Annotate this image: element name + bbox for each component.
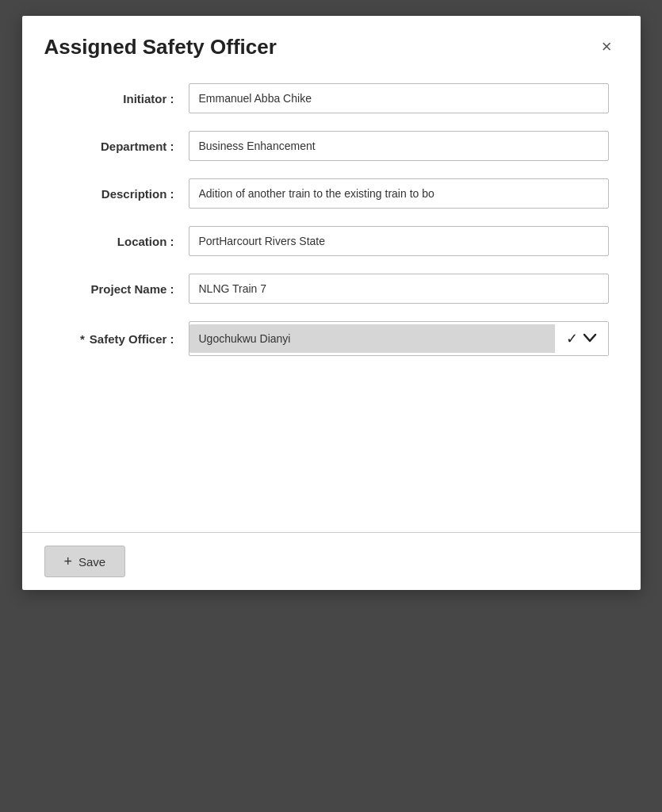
safety-officer-label: Safety Officer : xyxy=(90,332,174,346)
department-input[interactable] xyxy=(189,131,609,161)
safety-officer-value: Ugochukwu Dianyi xyxy=(189,324,556,353)
initiator-label: Initiator : xyxy=(54,92,189,105)
safety-officer-row: * Safety Officer : Ugochukwu Dianyi ✓ xyxy=(54,321,609,356)
department-row: Department : xyxy=(54,131,609,161)
location-input[interactable] xyxy=(189,226,609,256)
modal-footer: + Save xyxy=(22,532,641,590)
dropdown-arrow-icon xyxy=(583,332,597,343)
safety-officer-select[interactable]: Ugochukwu Dianyi ✓ xyxy=(189,321,609,356)
plus-icon: + xyxy=(64,554,73,569)
required-star: * xyxy=(80,332,85,346)
modal-header: Assigned Safety Officer × xyxy=(22,16,641,67)
save-button[interactable]: + Save xyxy=(44,546,126,577)
modal-title: Assigned Safety Officer xyxy=(44,35,277,59)
save-label: Save xyxy=(78,555,105,569)
close-button[interactable]: × xyxy=(595,35,618,59)
project-name-input[interactable] xyxy=(189,274,609,304)
description-row: Description : xyxy=(54,178,609,209)
modal-dialog: Assigned Safety Officer × Initiator : De… xyxy=(22,16,641,590)
location-label: Location : xyxy=(54,235,189,248)
project-name-row: Project Name : xyxy=(54,274,609,304)
initiator-input[interactable] xyxy=(189,83,609,113)
modal-overlay: Assigned Safety Officer × Initiator : De… xyxy=(0,0,662,812)
description-label: Description : xyxy=(54,187,189,201)
chevron-down-icon[interactable]: ✓ xyxy=(555,322,607,355)
location-row: Location : xyxy=(54,226,609,256)
initiator-row: Initiator : xyxy=(54,83,609,113)
department-label: Department : xyxy=(54,140,189,153)
modal-body: Initiator : Department : Description : L… xyxy=(22,67,641,532)
project-name-label: Project Name : xyxy=(54,282,189,296)
spacer xyxy=(54,373,609,516)
description-input[interactable] xyxy=(189,178,609,209)
